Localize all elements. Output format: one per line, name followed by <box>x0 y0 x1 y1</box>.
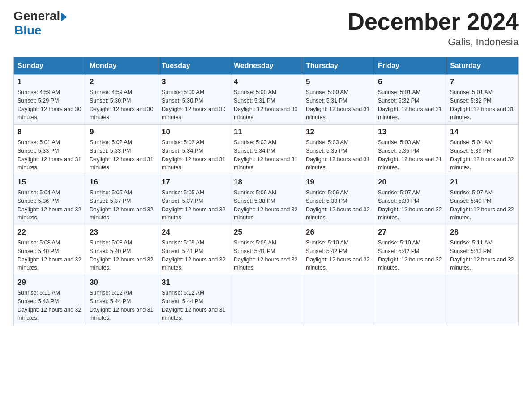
calendar-cell: 14Sunrise: 5:04 AMSunset: 5:36 PMDayligh… <box>446 125 519 175</box>
day-info: Sunrise: 5:06 AMSunset: 5:38 PMDaylight:… <box>234 188 298 222</box>
day-info: Sunrise: 5:11 AMSunset: 5:43 PMDaylight:… <box>450 239 515 272</box>
calendar-week-row: 1Sunrise: 4:59 AMSunset: 5:29 PMDaylight… <box>14 75 519 125</box>
calendar-week-row: 29Sunrise: 5:11 AMSunset: 5:43 PMDayligh… <box>14 275 519 325</box>
calendar-cell: 25Sunrise: 5:09 AMSunset: 5:41 PMDayligh… <box>230 225 302 275</box>
calendar-header-sunday: Sunday <box>14 57 86 75</box>
day-info: Sunrise: 5:08 AMSunset: 5:40 PMDaylight:… <box>17 239 82 272</box>
calendar-cell: 10Sunrise: 5:02 AMSunset: 5:34 PMDayligh… <box>158 125 230 175</box>
day-info: Sunrise: 5:04 AMSunset: 5:36 PMDaylight:… <box>450 138 515 172</box>
calendar-cell: 27Sunrise: 5:10 AMSunset: 5:42 PMDayligh… <box>374 225 446 275</box>
calendar-header-wednesday: Wednesday <box>230 57 302 75</box>
calendar-cell: 7Sunrise: 5:01 AMSunset: 5:32 PMDaylight… <box>446 75 519 125</box>
calendar-table: SundayMondayTuesdayWednesdayThursdayFrid… <box>13 57 519 325</box>
day-info: Sunrise: 5:02 AMSunset: 5:34 PMDaylight:… <box>162 138 226 172</box>
calendar-cell: 11Sunrise: 5:03 AMSunset: 5:34 PMDayligh… <box>230 125 302 175</box>
calendar-week-row: 8Sunrise: 5:01 AMSunset: 5:33 PMDaylight… <box>14 125 519 175</box>
day-info: Sunrise: 5:00 AMSunset: 5:30 PMDaylight:… <box>162 88 226 122</box>
calendar-cell: 16Sunrise: 5:05 AMSunset: 5:37 PMDayligh… <box>86 175 158 225</box>
day-info: Sunrise: 5:01 AMSunset: 5:33 PMDaylight:… <box>17 138 82 172</box>
location-label: Galis, Indonesia <box>348 36 519 48</box>
calendar-cell: 5Sunrise: 5:00 AMSunset: 5:31 PMDaylight… <box>302 75 374 125</box>
day-number: 18 <box>234 178 298 187</box>
calendar-header-saturday: Saturday <box>446 57 519 75</box>
day-number: 9 <box>90 128 154 137</box>
logo-blue-text: Blue <box>14 23 42 38</box>
calendar-cell: 20Sunrise: 5:07 AMSunset: 5:39 PMDayligh… <box>374 175 446 225</box>
day-info: Sunrise: 5:04 AMSunset: 5:36 PMDaylight:… <box>17 188 82 222</box>
month-title: December 2024 <box>348 9 519 34</box>
day-info: Sunrise: 5:11 AMSunset: 5:43 PMDaylight:… <box>17 289 82 322</box>
page-header: General Blue December 2024 Galis, Indone… <box>13 9 519 48</box>
day-info: Sunrise: 4:59 AMSunset: 5:29 PMDaylight:… <box>17 88 82 122</box>
day-info: Sunrise: 5:08 AMSunset: 5:40 PMDaylight:… <box>90 239 154 272</box>
day-info: Sunrise: 5:09 AMSunset: 5:41 PMDaylight:… <box>234 239 298 272</box>
day-number: 6 <box>378 77 442 86</box>
day-number: 27 <box>378 228 442 237</box>
day-number: 21 <box>450 178 515 187</box>
day-number: 11 <box>234 128 298 137</box>
calendar-cell: 6Sunrise: 5:01 AMSunset: 5:32 PMDaylight… <box>374 75 446 125</box>
day-number: 3 <box>162 77 226 86</box>
day-number: 1 <box>17 77 82 86</box>
calendar-cell: 19Sunrise: 5:06 AMSunset: 5:39 PMDayligh… <box>302 175 374 225</box>
day-number: 14 <box>450 128 515 137</box>
day-number: 23 <box>90 228 154 237</box>
day-number: 25 <box>234 228 298 237</box>
day-number: 28 <box>450 228 515 237</box>
day-info: Sunrise: 5:12 AMSunset: 5:44 PMDaylight:… <box>162 289 226 322</box>
day-info: Sunrise: 5:00 AMSunset: 5:31 PMDaylight:… <box>306 88 370 122</box>
day-info: Sunrise: 5:02 AMSunset: 5:33 PMDaylight:… <box>90 138 154 172</box>
day-info: Sunrise: 5:09 AMSunset: 5:41 PMDaylight:… <box>162 239 226 272</box>
calendar-cell: 30Sunrise: 5:12 AMSunset: 5:44 PMDayligh… <box>86 275 158 325</box>
calendar-cell: 4Sunrise: 5:00 AMSunset: 5:31 PMDaylight… <box>230 75 302 125</box>
calendar-cell <box>230 275 302 325</box>
calendar-cell: 28Sunrise: 5:11 AMSunset: 5:43 PMDayligh… <box>446 225 519 275</box>
day-number: 19 <box>306 178 370 187</box>
day-info: Sunrise: 5:00 AMSunset: 5:31 PMDaylight:… <box>234 88 298 122</box>
day-info: Sunrise: 5:05 AMSunset: 5:37 PMDaylight:… <box>90 188 154 222</box>
calendar-cell: 21Sunrise: 5:07 AMSunset: 5:40 PMDayligh… <box>446 175 519 225</box>
day-number: 12 <box>306 128 370 137</box>
day-number: 17 <box>162 178 226 187</box>
calendar-header-tuesday: Tuesday <box>158 57 230 75</box>
day-number: 15 <box>17 178 82 187</box>
day-info: Sunrise: 5:06 AMSunset: 5:39 PMDaylight:… <box>306 188 370 222</box>
calendar-cell: 17Sunrise: 5:05 AMSunset: 5:37 PMDayligh… <box>158 175 230 225</box>
day-info: Sunrise: 5:01 AMSunset: 5:32 PMDaylight:… <box>450 88 515 122</box>
calendar-cell: 24Sunrise: 5:09 AMSunset: 5:41 PMDayligh… <box>158 225 230 275</box>
day-number: 7 <box>450 77 515 86</box>
day-info: Sunrise: 4:59 AMSunset: 5:30 PMDaylight:… <box>90 88 154 122</box>
calendar-header-friday: Friday <box>374 57 446 75</box>
calendar-week-row: 15Sunrise: 5:04 AMSunset: 5:36 PMDayligh… <box>14 175 519 225</box>
day-number: 16 <box>90 178 154 187</box>
day-number: 30 <box>90 278 154 287</box>
calendar-cell: 13Sunrise: 5:03 AMSunset: 5:35 PMDayligh… <box>374 125 446 175</box>
day-number: 24 <box>162 228 226 237</box>
day-info: Sunrise: 5:10 AMSunset: 5:42 PMDaylight:… <box>378 239 442 272</box>
calendar-cell: 8Sunrise: 5:01 AMSunset: 5:33 PMDaylight… <box>14 125 86 175</box>
calendar-cell: 2Sunrise: 4:59 AMSunset: 5:30 PMDaylight… <box>86 75 158 125</box>
day-info: Sunrise: 5:07 AMSunset: 5:40 PMDaylight:… <box>450 188 515 222</box>
calendar-cell: 12Sunrise: 5:03 AMSunset: 5:35 PMDayligh… <box>302 125 374 175</box>
calendar-cell <box>446 275 519 325</box>
calendar-cell: 9Sunrise: 5:02 AMSunset: 5:33 PMDaylight… <box>86 125 158 175</box>
day-number: 10 <box>162 128 226 137</box>
title-section: December 2024 Galis, Indonesia <box>348 9 519 48</box>
calendar-cell: 3Sunrise: 5:00 AMSunset: 5:30 PMDaylight… <box>158 75 230 125</box>
calendar-cell <box>302 275 374 325</box>
day-info: Sunrise: 5:03 AMSunset: 5:34 PMDaylight:… <box>234 138 298 172</box>
day-number: 5 <box>306 77 370 86</box>
calendar-cell <box>374 275 446 325</box>
calendar-week-row: 22Sunrise: 5:08 AMSunset: 5:40 PMDayligh… <box>14 225 519 275</box>
day-info: Sunrise: 5:03 AMSunset: 5:35 PMDaylight:… <box>306 138 370 172</box>
day-number: 8 <box>17 128 82 137</box>
day-number: 29 <box>17 278 82 287</box>
day-number: 31 <box>162 278 226 287</box>
day-info: Sunrise: 5:05 AMSunset: 5:37 PMDaylight:… <box>162 188 226 222</box>
logo-arrow-icon <box>61 13 67 21</box>
calendar-cell: 22Sunrise: 5:08 AMSunset: 5:40 PMDayligh… <box>14 225 86 275</box>
day-number: 4 <box>234 77 298 86</box>
logo-general-text: General <box>13 9 60 23</box>
day-number: 20 <box>378 178 442 187</box>
calendar-header-monday: Monday <box>86 57 158 75</box>
